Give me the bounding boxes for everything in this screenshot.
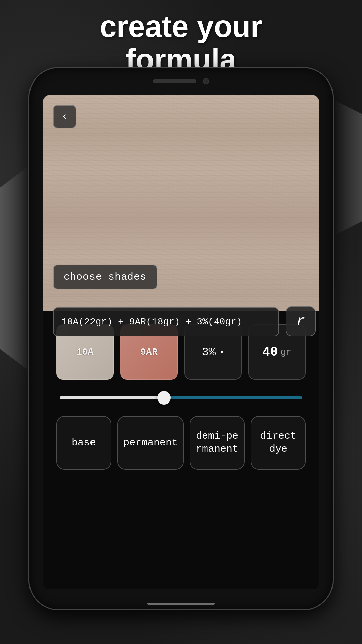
page-header: create your formula [0, 10, 362, 76]
mode-demi-permanent-button[interactable]: demi-permanent [190, 416, 245, 470]
back-button[interactable]: ‹ [53, 105, 76, 128]
formula-box: 10A(22gr) + 9AR(18gr) + 3%(40gr) [53, 307, 279, 336]
dropdown-arrow-icon: ▾ [220, 347, 224, 357]
mode-direct-dye-label: directdye [260, 430, 296, 456]
header-line1: create your [0, 10, 362, 43]
choose-shades-button[interactable]: choose shades [53, 265, 157, 289]
slider-container[interactable] [56, 396, 306, 399]
mode-demi-permanent-label: demi-permanent [196, 430, 238, 456]
mode-base-button[interactable]: base [56, 416, 111, 470]
phone-frame: ‹ choose shades 10A(22gr) + 9AR(18gr) + … [28, 67, 334, 610]
bg-tool-left [0, 168, 27, 369]
mode-direct-dye-button[interactable]: directdye [251, 416, 306, 470]
hair-image-area: ‹ choose shades 10A(22gr) + 9AR(18gr) + … [43, 95, 319, 343]
slider-thumb[interactable] [157, 391, 171, 405]
formula-text: 10A(22gr) + 9AR(18gr) + 3%(40gr) [62, 317, 242, 327]
percent-value: 3% [202, 346, 216, 359]
r-badge[interactable]: r [286, 306, 316, 336]
hair-texture [43, 95, 319, 343]
bottom-panel: 10A 9AR 3% ▾ 40 gr [43, 311, 319, 589]
phone-top-bar [153, 78, 209, 84]
r-badge-label: r [296, 313, 305, 330]
swatch-9ar-label: 9AR [140, 347, 157, 357]
phone-screen: ‹ choose shades 10A(22gr) + 9AR(18gr) + … [43, 95, 319, 589]
mode-buttons-row: base permanent demi-permanent directdye [56, 416, 306, 470]
chevron-left-icon: ‹ [61, 111, 68, 122]
swatch-10a-label: 10A [76, 347, 93, 357]
slider-track [60, 396, 302, 399]
mode-base-label: base [72, 436, 96, 449]
phone-speaker [153, 79, 196, 83]
slider-track-filled [60, 396, 164, 399]
mode-permanent-label: permanent [123, 436, 178, 449]
bg-tool-right [335, 101, 362, 235]
home-indicator [147, 603, 215, 605]
grams-unit: gr [281, 347, 292, 357]
mode-permanent-button[interactable]: permanent [117, 416, 184, 470]
phone-camera [203, 78, 209, 84]
grams-number: 40 [262, 345, 278, 359]
